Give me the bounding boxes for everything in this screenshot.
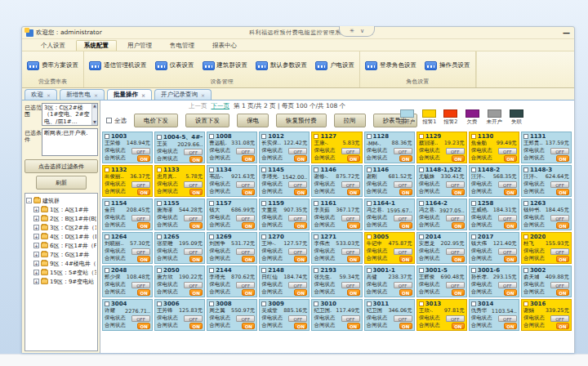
ribbon-button[interactable]: 通信管理机设置	[89, 61, 147, 70]
switch-on-button[interactable]: ON	[504, 189, 517, 195]
document-tab[interactable]: 欢迎 ×	[24, 89, 57, 100]
switch-on-button[interactable]: ON	[504, 155, 517, 162]
ribbon-button[interactable]: 操作员设置	[425, 61, 470, 70]
meter-checkbox[interactable]	[419, 134, 424, 139]
protect-off-button[interactable]: OFF	[394, 181, 412, 188]
meter-checkbox[interactable]	[471, 201, 476, 206]
switch-on-button[interactable]: ON	[294, 189, 307, 195]
document-tab[interactable]: 批量操作 ×	[107, 89, 152, 100]
meter-checkbox[interactable]	[419, 201, 424, 206]
protect-off-button[interactable]: OFF	[288, 282, 307, 288]
protect-off-button[interactable]: OFF	[184, 248, 203, 255]
protect-off-button[interactable]: OFF	[236, 181, 255, 188]
protect-off-button[interactable]: OFF	[236, 282, 255, 288]
switch-on-button[interactable]: ON	[242, 323, 255, 329]
menu-tab[interactable]: 个人设置	[33, 41, 73, 51]
tree-node[interactable]: + 19区：9#变电站（2#…	[26, 277, 96, 286]
switch-on-button[interactable]: ON	[137, 289, 150, 296]
meter-card[interactable]: 2017 钱大伟 121.40元 保电状态 OFF 合闸状态	[469, 232, 519, 264]
switch-on-button[interactable]: ON	[137, 256, 150, 262]
meter-card[interactable]: 1134 韦品-. 921.63元 保电状态 OFF 合闸状	[207, 165, 257, 197]
protect-off-button[interactable]: OFF	[184, 181, 203, 188]
selected-condition-box[interactable]: 断网表;已开户表.	[42, 128, 98, 156]
meter-checkbox[interactable]	[314, 234, 318, 239]
range-box-scrollbar[interactable]: ▲ ▼	[91, 104, 97, 125]
protect-off-button[interactable]: OFF	[288, 148, 307, 154]
meter-card[interactable]: 1264 刘晓丽.. 57.30元 保电状态 OFF 合闸状	[102, 232, 153, 264]
protect-off-button[interactable]: OFF	[498, 215, 517, 221]
meter-checkbox[interactable]	[523, 134, 528, 139]
meter-card[interactable]: 1258 王威艳. 184.31元 保电状态 OFF 合闸状	[469, 199, 519, 230]
refresh-button[interactable]: 刷新	[36, 176, 87, 190]
meter-card[interactable]: 1130 焦金舫 99.49元 保电状态 OFF 合闸状态	[469, 132, 519, 163]
meter-card[interactable]: 1269 刘国争 531.72元 保电状态 OFF 合闸状态	[207, 232, 257, 264]
switch-on-button[interactable]: ON	[347, 155, 360, 162]
meter-checkbox[interactable]	[261, 268, 266, 273]
tree-node[interactable]: + 4区：D区1#井（D区1…	[26, 232, 96, 241]
switch-on-button[interactable]: ON	[347, 256, 360, 262]
protect-off-button[interactable]: OFF	[236, 148, 255, 154]
document-tab[interactable]: 新增售电 ×	[60, 89, 105, 100]
meter-card[interactable]: 2148 日红仙 184.74元 保电状态 OFF 合闸状态	[259, 266, 310, 297]
meter-checkbox[interactable]	[523, 201, 528, 206]
meter-checkbox[interactable]	[419, 268, 424, 273]
expand-icon[interactable]: +	[33, 216, 39, 221]
meter-checkbox[interactable]	[314, 301, 318, 306]
protect-off-button[interactable]: OFF	[341, 215, 360, 221]
switch-on-button[interactable]: ON	[452, 222, 465, 229]
meter-checkbox[interactable]	[314, 167, 318, 172]
meter-checkbox[interactable]	[471, 234, 476, 239]
expand-icon[interactable]: +	[33, 234, 39, 239]
meter-card[interactable]: 1012 长实保.. 122.42元 保电状态 OFF 合闸	[259, 132, 310, 163]
meter-card[interactable]: 2193 张先生. 59.34元 保电状态 OFF 合闸状态	[311, 266, 362, 297]
switch-on-button[interactable]: ON	[294, 289, 307, 296]
protect-off-button[interactable]: OFF	[131, 181, 150, 188]
protect-off-button[interactable]: OFF	[131, 148, 150, 154]
protect-off-button[interactable]: OFF	[288, 181, 307, 188]
switch-on-button[interactable]: ON	[452, 155, 465, 162]
protect-off-button[interactable]: OFF	[131, 282, 150, 288]
meter-checkbox[interactable]	[367, 134, 372, 139]
ribbon-button[interactable]: 登录角色设置	[365, 61, 416, 70]
protect-off-button[interactable]: OFF	[446, 315, 465, 322]
meter-checkbox[interactable]	[105, 167, 109, 172]
meter-card[interactable]: 2144 李瑾光 870.62元 保电状态 OFF 合闸状态	[207, 266, 257, 297]
meter-checkbox[interactable]	[261, 201, 266, 206]
meter-card[interactable]: 3010 纪卫国. 117.49元 保电状态 OFF 合闸状	[311, 299, 362, 331]
meter-checkbox[interactable]	[105, 301, 109, 306]
chevron-down-icon[interactable]: ∨	[360, 28, 364, 34]
meter-checkbox[interactable]	[261, 167, 266, 172]
protect-off-button[interactable]: OFF	[131, 248, 150, 255]
meter-card[interactable]: 1131 王郑贵.. 137.59元 保电状态 OFF 合闸	[521, 132, 572, 163]
switch-on-button[interactable]: ON	[347, 289, 360, 296]
protect-off-button[interactable]: OFF	[184, 282, 203, 288]
meter-card[interactable]: 1164-1 冯之巷. 1595.67.. 保电状态 OFF	[364, 199, 415, 230]
meter-checkbox[interactable]	[209, 201, 214, 206]
meter-checkbox[interactable]	[523, 301, 528, 306]
meter-checkbox[interactable]	[523, 167, 528, 172]
switch-on-button[interactable]: ON	[189, 189, 203, 195]
tree-node[interactable]: + 15区：5#变站（3#变…	[26, 268, 96, 277]
protect-off-button[interactable]: OFF	[236, 215, 255, 221]
switch-on-button[interactable]: ON	[556, 289, 569, 296]
meter-checkbox[interactable]	[157, 268, 162, 273]
meter-checkbox[interactable]	[314, 268, 318, 273]
tree-node[interactable]: + 1区：A区1#井	[26, 205, 96, 214]
meter-checkbox[interactable]	[105, 134, 109, 139]
expand-icon[interactable]: +	[33, 225, 39, 230]
protect-off-button[interactable]: OFF	[498, 315, 517, 322]
switch-on-button[interactable]: ON	[294, 256, 307, 262]
meter-card[interactable]: 1270 王坤-. 127.57元 保电状态 OFF 合闸状	[259, 232, 310, 264]
meter-checkbox[interactable]	[209, 134, 214, 139]
meter-checkbox[interactable]	[367, 268, 372, 273]
protect-off-button[interactable]: OFF	[498, 148, 517, 154]
protect-off-button[interactable]: OFF	[236, 315, 255, 322]
switch-on-button[interactable]: ON	[137, 222, 150, 229]
switch-on-button[interactable]: ON	[556, 155, 569, 162]
meter-checkbox[interactable]	[471, 134, 476, 139]
protect-off-button[interactable]: OFF	[498, 181, 517, 188]
switch-on-button[interactable]: ON	[189, 289, 203, 296]
meter-checkbox[interactable]	[261, 134, 266, 139]
select-all[interactable]: 全选	[106, 117, 127, 125]
switch-on-button[interactable]: ON	[294, 222, 307, 229]
